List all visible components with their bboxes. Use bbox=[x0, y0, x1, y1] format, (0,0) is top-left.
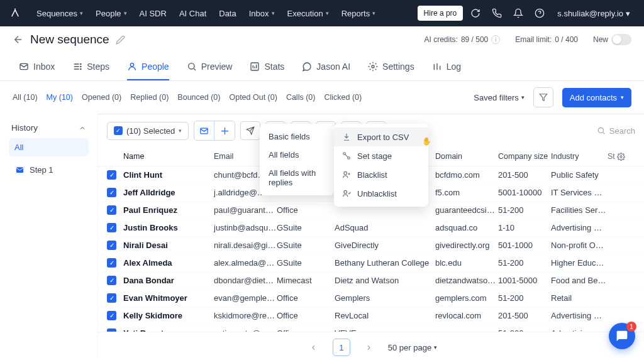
edit-icon[interactable] bbox=[116, 35, 125, 45]
logo-icon[interactable] bbox=[9, 7, 21, 19]
tab-log[interactable]: Log bbox=[432, 53, 461, 80]
nav-reports[interactable]: Reports▾ bbox=[335, 5, 382, 22]
filter-icon[interactable] bbox=[533, 87, 553, 107]
new-toggle[interactable]: New bbox=[593, 34, 631, 45]
help-icon[interactable] bbox=[531, 4, 548, 22]
nav-sequences[interactable]: Sequences▾ bbox=[30, 5, 89, 22]
tab-steps[interactable]: Steps bbox=[72, 53, 109, 80]
chat-icon bbox=[616, 330, 628, 342]
dd-all-fields[interactable]: All fields bbox=[260, 146, 334, 164]
tab-settings[interactable]: Settings bbox=[368, 53, 414, 80]
dd-basic-fields[interactable]: Basic fields bbox=[260, 127, 334, 146]
tab-jason-ai[interactable]: Jason AI bbox=[302, 53, 350, 80]
row-checkbox[interactable]: ✓ bbox=[107, 311, 116, 320]
title-bar: New sequence AI credits: 89 / 500 i Emai… bbox=[0, 26, 644, 53]
dd-all-fields-with-replies[interactable]: All fields with replies bbox=[260, 164, 334, 192]
row-checkbox[interactable]: ✓ bbox=[107, 293, 116, 303]
page-number[interactable]: 1 bbox=[333, 339, 350, 356]
table-row[interactable]: ✓Nirali Desainirali.desai@gi…GSuiteGiveD… bbox=[98, 237, 644, 254]
chat-badge: 1 bbox=[626, 322, 636, 332]
svg-point-15 bbox=[620, 155, 622, 157]
row-checkbox[interactable]: ✓ bbox=[107, 258, 116, 268]
toggle-icon[interactable] bbox=[611, 34, 631, 45]
row-checkbox[interactable]: ✓ bbox=[107, 328, 116, 332]
filter-opted[interactable]: Opted Out (0) bbox=[229, 93, 277, 102]
sidebar-item-all[interactable]: All bbox=[9, 138, 89, 156]
chevron-up-icon bbox=[79, 124, 86, 132]
svg-point-19 bbox=[344, 190, 347, 193]
gear-icon[interactable] bbox=[617, 153, 625, 161]
dd-unblacklist[interactable]: Unblacklist bbox=[334, 184, 428, 203]
tab-inbox[interactable]: Inbox bbox=[19, 53, 55, 80]
top-navigation: Sequences▾People▾AI SDRAI ChatDataInbox▾… bbox=[0, 0, 644, 26]
tab-people[interactable]: People bbox=[127, 53, 169, 80]
table-row[interactable]: ✓Evan Whitmoyerevan@gempler…OfficeGemple… bbox=[98, 290, 644, 307]
user-menu[interactable]: s.shuliak@reply.io▾ bbox=[552, 6, 635, 21]
info-icon[interactable]: i bbox=[491, 35, 500, 44]
row-checkbox[interactable]: ✓ bbox=[107, 188, 116, 197]
next-page-icon[interactable] bbox=[360, 339, 378, 356]
send-icon[interactable] bbox=[240, 121, 260, 140]
filter-all[interactable]: All (10) bbox=[13, 93, 38, 102]
hire-a-pro-button[interactable]: Hire a pro bbox=[418, 6, 464, 21]
nav-inbox[interactable]: Inbox▾ bbox=[243, 5, 281, 22]
filter-bounced[interactable]: Bounced (0) bbox=[177, 93, 220, 102]
svg-point-18 bbox=[344, 171, 347, 175]
row-checkbox[interactable]: ✓ bbox=[107, 170, 116, 180]
sparkle-action-icon[interactable] bbox=[214, 121, 235, 140]
per-page-select[interactable]: 50 per page▾ bbox=[388, 343, 437, 352]
nav-data[interactable]: Data bbox=[213, 5, 242, 22]
svg-point-8 bbox=[372, 65, 374, 68]
search-icon bbox=[597, 126, 606, 135]
sequence-title: New sequence bbox=[30, 33, 109, 46]
svg-point-5 bbox=[130, 63, 133, 66]
table-row[interactable]: ✓Justin Brooksjustinb@adsqu…GSuiteAdSqua… bbox=[98, 219, 644, 237]
row-checkbox[interactable]: ✓ bbox=[107, 223, 116, 232]
more-dropdown: Export to CSVSet stageBlacklistUnblackli… bbox=[334, 124, 428, 207]
history-heading[interactable]: History bbox=[9, 121, 89, 134]
nav-people[interactable]: People▾ bbox=[89, 5, 133, 22]
nav-ai-sdr[interactable]: AI SDR bbox=[133, 5, 173, 22]
prev-page-icon[interactable] bbox=[305, 339, 323, 356]
add-contacts-button[interactable]: Add contacts▾ bbox=[562, 88, 631, 107]
dd-blacklist[interactable]: Blacklist bbox=[334, 165, 428, 184]
table-row[interactable]: ✓Kelly Skidmorekskidmore@rev…OfficeRevLo… bbox=[98, 307, 644, 325]
table-row[interactable]: ✓Dana Bondardbondar@dietz…MimecastDietz … bbox=[98, 272, 644, 290]
refresh-icon[interactable] bbox=[467, 4, 484, 22]
email-limit: Email limit: 0 / 400 bbox=[515, 35, 578, 44]
mail-action-icon[interactable] bbox=[194, 121, 214, 140]
dd-set-stage[interactable]: Set stage bbox=[334, 146, 428, 165]
mail-icon bbox=[14, 165, 25, 175]
filter-my[interactable]: My (10) bbox=[47, 93, 73, 102]
ai-credits: AI credits: 89 / 500 i bbox=[425, 35, 501, 44]
saved-filters[interactable]: Saved filters▾ bbox=[474, 93, 525, 102]
svg-point-3 bbox=[80, 66, 81, 67]
svg-point-6 bbox=[188, 63, 194, 68]
pagination: 1 50 per page▾ bbox=[98, 332, 644, 358]
bell-icon[interactable] bbox=[509, 4, 527, 22]
filter-opened[interactable]: Opened (0) bbox=[82, 93, 121, 102]
sidebar-item-step1[interactable]: Step 1 bbox=[9, 160, 89, 179]
svg-rect-9 bbox=[16, 167, 23, 173]
selection-chip[interactable]: ✓ (10) Selected ▾ bbox=[107, 122, 189, 140]
dd-export-to-csv[interactable]: Export to CSV bbox=[334, 127, 428, 146]
tab-stats[interactable]: Stats bbox=[250, 53, 284, 80]
nav-execution[interactable]: Execution▾ bbox=[281, 5, 335, 22]
search-input[interactable]: Search bbox=[597, 126, 635, 136]
row-checkbox[interactable]: ✓ bbox=[107, 241, 116, 250]
filter-calls[interactable]: Calls (0) bbox=[286, 93, 316, 102]
row-checkbox[interactable]: ✓ bbox=[107, 276, 116, 285]
nav-ai-chat[interactable]: AI Chat bbox=[173, 5, 213, 22]
table-row[interactable]: ✓Yati Rungtayati.rungta@ve…OfficeVEVEvev… bbox=[98, 325, 644, 332]
fields-dropdown: Basic fieldsAll fieldsAll fields with re… bbox=[260, 124, 334, 195]
chat-widget[interactable]: 1 bbox=[609, 323, 635, 349]
back-icon[interactable] bbox=[13, 34, 24, 45]
filter-replied[interactable]: Replied (0) bbox=[130, 93, 169, 102]
row-checkbox[interactable]: ✓ bbox=[107, 205, 116, 215]
filters-row: All (10)My (10)Opened (0)Replied (0)Boun… bbox=[0, 81, 644, 114]
phone-icon[interactable] bbox=[488, 4, 506, 22]
svg-point-2 bbox=[80, 63, 81, 64]
tab-preview[interactable]: Preview bbox=[187, 53, 233, 80]
table-row[interactable]: ✓Alex Almedaalex.almeda@b…GSuiteBethany … bbox=[98, 254, 644, 272]
filter-clicked[interactable]: Clicked (0) bbox=[324, 93, 362, 102]
